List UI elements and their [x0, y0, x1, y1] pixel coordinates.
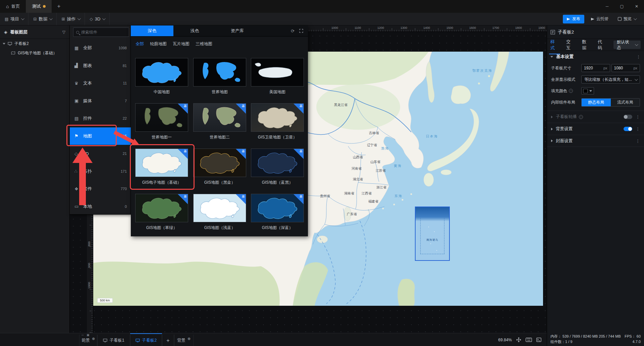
maximize-button[interactable]: ▢	[614, 0, 629, 13]
map-thumbnail[interactable]: 基	[193, 194, 246, 222]
artboard-icon	[136, 339, 140, 342]
width-input[interactable]: 1920 px	[581, 64, 610, 72]
close-button[interactable]: ✕	[629, 0, 644, 13]
ruler-number: 1300	[400, 26, 407, 30]
category-item[interactable]: ▤ 控件 22	[70, 110, 131, 127]
fullscreen-mode-select[interactable]: 等比缩放（长边填充，短...	[581, 75, 640, 83]
category-item[interactable]: ∴ 拓扑 171	[70, 163, 131, 180]
menu-data[interactable]: ⊟ 数据	[29, 13, 57, 25]
row-cover-settings[interactable]: 封面设置 ⋮	[547, 135, 644, 147]
kebab-menu-icon[interactable]: ⋮	[636, 126, 640, 131]
category-item[interactable]: ♛ 文本 11	[70, 74, 131, 92]
gallery-map-item[interactable]: 世界地图	[193, 58, 246, 95]
tab-data[interactable]: 数据	[582, 39, 590, 51]
caret-right-icon[interactable]	[551, 139, 553, 142]
section-basic-settings[interactable]: 基本设置 ⋮	[547, 51, 644, 62]
height-input[interactable]: 1080 px	[611, 64, 640, 72]
subboard2-tab[interactable]: 子看板2	[130, 335, 162, 346]
gallery-map-item[interactable]: 中国地图	[135, 58, 188, 95]
background-tab[interactable]: 背景 ⊕	[174, 335, 194, 346]
chevron-down-icon	[21, 17, 24, 20]
layout-flow-option[interactable]: 流式布局	[611, 99, 640, 106]
tab-home[interactable]: ⌂ 首页	[0, 0, 26, 13]
gallery-map-item[interactable]: 基 GIS卫星地图（卫星）	[251, 103, 304, 140]
map-thumbnail[interactable]: 基	[193, 149, 246, 177]
gallery-map-item[interactable]: 基 世界地图二	[193, 103, 246, 140]
add-circle-icon[interactable]: ⊕	[92, 337, 95, 341]
tab-interaction[interactable]: 交互	[566, 39, 575, 51]
keyboard-icon[interactable]	[526, 338, 532, 342]
add-subboard-button[interactable]: +	[162, 335, 174, 346]
filter-icon[interactable]: ▽	[62, 30, 65, 35]
state-dropdown[interactable]: 默认状态	[613, 41, 641, 49]
zoom-level[interactable]: 69.84%	[498, 338, 512, 342]
gallery-map-item[interactable]: 基 世界地图一	[135, 103, 188, 140]
map-thumbnail[interactable]: 基	[193, 103, 246, 132]
map-thumbnail[interactable]: 基	[135, 194, 188, 222]
map-thumbnail[interactable]: 基	[251, 194, 304, 222]
caret-down-icon[interactable]	[550, 56, 553, 58]
fit-screen-icon[interactable]	[516, 337, 521, 342]
caret-right-icon[interactable]	[551, 128, 553, 130]
map-thumbnail[interactable]	[251, 58, 304, 86]
cloud-hosting-button[interactable]: 云托管	[588, 15, 611, 23]
map-thumbnail[interactable]: 基	[251, 103, 304, 132]
category-label: 拓扑	[83, 168, 92, 174]
kebab-menu-icon[interactable]: ⋮	[636, 114, 640, 119]
category-label: 媒体	[83, 98, 92, 104]
map-thumbnail[interactable]	[135, 58, 188, 86]
ruler-number: 1800	[515, 26, 522, 30]
layout-static-option[interactable]: 静态布局	[582, 99, 611, 106]
category-item[interactable]: ◇ 3D 21	[70, 145, 131, 162]
menu-project[interactable]: ▤ 项目	[0, 13, 29, 25]
gallery-map-item[interactable]: 基 GIS地图（黑金）	[193, 149, 246, 185]
new-tab-button[interactable]: +	[52, 0, 66, 13]
background-label: 背景设置	[556, 126, 573, 132]
kebab-menu-icon[interactable]: ⋮	[636, 138, 640, 143]
gallery-map-item[interactable]: 美国地图	[251, 58, 304, 95]
category-item[interactable]: ❖ 套件 770	[70, 180, 131, 197]
gallery-map-item[interactable]: 基 GIS地图（草绿）	[135, 194, 188, 231]
map-thumbnail[interactable]: 基	[135, 103, 188, 132]
category-item[interactable]: ▣ 媒体 7	[70, 92, 131, 110]
preview-button[interactable]: 预览	[615, 15, 639, 23]
width-value: 1920	[584, 66, 593, 70]
tree-item-gis-map[interactable]: GIS电子地图（基础）	[0, 48, 69, 58]
base-badge: 基	[242, 149, 245, 154]
ruler-number: 1100	[355, 26, 361, 30]
category-item[interactable]: ▦ 全部 1098	[70, 39, 131, 57]
map-selection-box[interactable]: 南海诸岛	[415, 207, 450, 261]
map-thumbnail[interactable]: 基	[135, 149, 188, 177]
carousel-toggle[interactable]	[624, 115, 632, 119]
row-carousel[interactable]: 子看板轮播 ? ⋮	[547, 111, 644, 123]
caret-right-icon[interactable]	[551, 116, 553, 118]
category-item[interactable]: ⚑ 地图 15	[70, 127, 131, 145]
chevron-down-icon	[102, 17, 106, 20]
minimize-button[interactable]: ─	[600, 0, 614, 13]
category-item[interactable]: ▭ 本地 0	[70, 198, 131, 215]
foreground-tab[interactable]: 前景 ⊕	[79, 335, 97, 346]
background-toggle[interactable]	[624, 127, 632, 131]
map-thumbnail[interactable]	[193, 58, 246, 86]
add-circle-icon[interactable]: ⊕	[187, 337, 191, 341]
tree-item-subboard[interactable]: 子看板2	[0, 39, 69, 48]
gallery-map-item[interactable]: 基 GIS地图（蓝黑）	[251, 149, 304, 185]
caret-down-icon[interactable]	[3, 43, 5, 45]
fill-color-picker[interactable]	[581, 87, 594, 95]
map-thumbnail[interactable]: 基	[251, 149, 304, 177]
menu-3d[interactable]: ◇ 3D	[85, 13, 110, 25]
row-background-settings[interactable]: 背景设置 ⋮	[547, 123, 644, 135]
subboard1-tab[interactable]: 子看板1	[97, 335, 130, 346]
tab-style[interactable]: 样式	[550, 39, 559, 51]
tab-code[interactable]: 代码	[598, 39, 606, 51]
category-item[interactable]: ▟ 图表 81	[70, 57, 131, 74]
gallery-map-item[interactable]: 基 GIS地图（深蓝）	[251, 194, 304, 231]
publish-button[interactable]: 发布	[563, 15, 584, 23]
gallery-map-item[interactable]: 基 GIS电子地图（基础）	[135, 149, 188, 185]
tab-document[interactable]: 测试	[26, 0, 52, 13]
menu-operate[interactable]: ⊞ 操作	[57, 13, 85, 25]
search-input[interactable]	[81, 30, 126, 35]
gallery-map-item[interactable]: 基 GIS地图（浅蓝）	[193, 194, 246, 231]
terminal-icon[interactable]	[536, 338, 541, 342]
kebab-menu-icon[interactable]: ⋮	[636, 54, 641, 59]
